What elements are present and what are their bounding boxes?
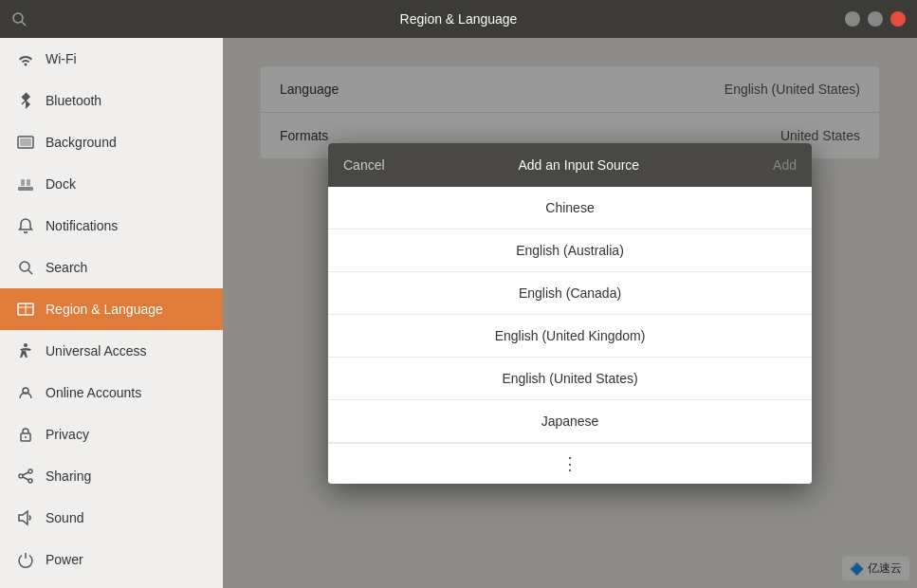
sidebar-item-online-accounts[interactable]: Online Accounts xyxy=(0,372,223,413)
sidebar-item-power[interactable]: Power xyxy=(0,539,223,580)
svg-point-15 xyxy=(25,436,27,438)
svg-point-12 xyxy=(24,343,28,347)
maximize-button[interactable] xyxy=(868,11,883,27)
sidebar-item-search-label: Search xyxy=(46,260,87,275)
sidebar-item-sharing-label: Sharing xyxy=(46,469,91,484)
sidebar-item-online-accounts-label: Online Accounts xyxy=(46,385,141,400)
sidebar-item-search[interactable]: Search xyxy=(0,247,223,288)
input-source-item-english-au[interactable]: English (Australia) xyxy=(328,230,812,272)
sidebar-item-notifications-label: Notifications xyxy=(46,218,118,233)
svg-point-16 xyxy=(28,469,32,473)
content-area: Language English (United States) Formats… xyxy=(223,38,917,588)
input-source-item-english-uk[interactable]: English (United Kingdom) xyxy=(328,315,812,358)
input-source-item-english-ca[interactable]: English (Canada) xyxy=(328,272,812,315)
modal-overlay: Cancel Add an Input Source Add Chinese E… xyxy=(223,38,917,588)
sidebar-item-power-label: Power xyxy=(46,552,83,567)
sidebar-item-privacy-label: Privacy xyxy=(46,427,89,442)
window-controls xyxy=(845,11,906,27)
privacy-icon xyxy=(15,424,36,445)
modal-header: Cancel Add an Input Source Add xyxy=(328,143,812,187)
sidebar-item-universal-access[interactable]: Universal Access xyxy=(0,330,223,372)
sidebar-item-wifi[interactable]: Wi-Fi xyxy=(0,38,223,80)
svg-line-19 xyxy=(23,472,28,475)
svg-marker-21 xyxy=(19,511,28,524)
svg-rect-4 xyxy=(18,187,33,191)
modal-add-button[interactable]: Add xyxy=(773,157,797,173)
modal-cancel-button[interactable]: Cancel xyxy=(343,157,385,173)
svg-point-17 xyxy=(19,474,23,478)
power-icon xyxy=(15,549,36,570)
background-icon xyxy=(15,132,36,153)
sidebar-item-background[interactable]: Background xyxy=(0,121,223,163)
svg-line-1 xyxy=(22,22,26,26)
sidebar-item-sound[interactable]: Sound xyxy=(0,497,223,539)
minimize-button[interactable] xyxy=(845,11,860,27)
sidebar-item-sound-label: Sound xyxy=(46,510,83,525)
svg-rect-3 xyxy=(20,138,31,146)
bluetooth-icon xyxy=(15,90,36,111)
modal-more-button[interactable]: ⋮ xyxy=(328,443,812,484)
modal-list: Chinese English (Australia) English (Can… xyxy=(328,187,812,484)
sidebar-item-network[interactable]: Network xyxy=(0,580,223,588)
search-icon xyxy=(11,11,27,27)
sidebar-item-background-label: Background xyxy=(46,135,117,150)
svg-line-8 xyxy=(28,270,32,274)
sidebar-item-dock-label: Dock xyxy=(46,176,76,192)
universal-access-icon xyxy=(15,340,36,361)
close-button[interactable] xyxy=(890,11,906,27)
window-title: Region & Language xyxy=(400,11,518,27)
svg-rect-6 xyxy=(27,179,30,186)
main-layout: Wi-Fi Bluetooth Background xyxy=(0,38,917,588)
wifi-icon xyxy=(15,48,36,69)
svg-rect-5 xyxy=(21,179,25,186)
input-source-item-chinese[interactable]: Chinese xyxy=(328,187,812,230)
dock-icon xyxy=(15,174,36,194)
region-icon xyxy=(15,299,36,320)
online-accounts-icon xyxy=(15,382,36,403)
notifications-icon xyxy=(15,215,36,236)
sidebar-item-notifications[interactable]: Notifications xyxy=(0,205,223,247)
sidebar-item-region-language[interactable]: Region & Language xyxy=(0,288,223,330)
svg-point-7 xyxy=(20,262,29,271)
add-input-source-modal: Cancel Add an Input Source Add Chinese E… xyxy=(328,143,812,484)
titlebar-search-area xyxy=(11,11,32,27)
sidebar-item-region-label: Region & Language xyxy=(46,302,163,317)
sharing-icon xyxy=(15,466,36,487)
sidebar-item-bluetooth-label: Bluetooth xyxy=(46,93,101,108)
input-source-item-english-us[interactable]: English (United States) xyxy=(328,358,812,400)
input-source-item-japanese[interactable]: Japanese xyxy=(328,400,812,443)
sound-icon xyxy=(15,507,36,528)
modal-title: Add an Input Source xyxy=(519,157,640,173)
sidebar-item-sharing[interactable]: Sharing xyxy=(0,455,223,497)
sidebar-item-privacy[interactable]: Privacy xyxy=(0,413,223,455)
svg-line-20 xyxy=(23,477,28,480)
titlebar: Region & Language xyxy=(0,0,917,38)
svg-point-0 xyxy=(13,13,23,23)
sidebar-item-wifi-label: Wi-Fi xyxy=(46,51,77,66)
sidebar-item-universal-access-label: Universal Access xyxy=(46,343,147,358)
sidebar-item-dock[interactable]: Dock xyxy=(0,163,223,205)
sidebar-item-bluetooth[interactable]: Bluetooth xyxy=(0,80,223,121)
svg-point-18 xyxy=(28,479,32,483)
sidebar: Wi-Fi Bluetooth Background xyxy=(0,38,223,588)
search-sidebar-icon xyxy=(15,257,36,278)
